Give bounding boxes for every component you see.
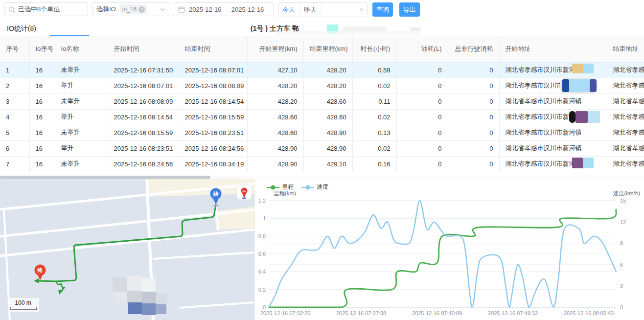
cell-io_no: 16 — [29, 109, 55, 125]
address-redaction-block — [572, 64, 583, 73]
cell-non_drive: 0 — [448, 156, 499, 172]
table-row[interactable]: 116未举升2025-12-16 07:31:502025-12-16 08:0… — [0, 62, 644, 78]
cell-end_time: 2025-12-16 08:08:09 — [179, 78, 247, 93]
mileage-speed-chart: 里程 速度 里程(km) 速度(km/h) 00.20.40.60.811.20… — [254, 179, 644, 320]
cell-end_km: 428.60 — [303, 109, 352, 125]
table-row[interactable]: 416举升2025-12-16 08:14:542025-12-16 08:15… — [0, 109, 644, 125]
cell-start_km: 427.10 — [247, 62, 303, 78]
address-redaction-block — [583, 158, 594, 168]
cell-fuel: 0 — [396, 125, 448, 140]
cell-end_addr: 湖北省孝感市汉川市新河镇 — [607, 125, 644, 140]
cell-start_addr: 湖北省孝感市汉川市新河镇 — [499, 140, 607, 156]
svg-text:2025-12-16 07:37:38: 2025-12-16 07:37:38 — [336, 310, 386, 316]
date-start-value[interactable]: 2025-12-16 — [189, 6, 222, 13]
export-button[interactable]: 导出 — [399, 2, 420, 17]
cell-seq: 6 — [0, 140, 29, 156]
column-header-start_km: 开始里程(km) — [247, 36, 303, 62]
cell-io_no: 16 — [29, 62, 55, 78]
cell-end_km: 428.90 — [303, 140, 352, 156]
cell-hours: 0.16 — [352, 156, 396, 172]
svg-text:0.6: 0.6 — [258, 251, 266, 257]
date-range-picker[interactable]: 2025-12-16 - 2025-12-16 — [173, 2, 274, 16]
query-button[interactable]: 查询 — [372, 2, 393, 17]
table-row[interactable]: 316未举升2025-12-16 08:08:092025-12-16 08:1… — [0, 93, 644, 109]
svg-text:12: 12 — [620, 219, 626, 225]
cell-io_name: 未举升 — [55, 125, 108, 140]
map-scale: 100 m — [8, 298, 39, 312]
cell-end_km: 428.60 — [303, 93, 352, 109]
io-statistics-table: 序号Io序号Io名称开始时间结束时间开始里程(km)结束里程(km)时长(小时)… — [0, 36, 644, 172]
column-header-io_no: Io序号 — [29, 36, 55, 62]
cell-start_addr: 湖北省孝感市汉川市新河镇 — [499, 93, 607, 109]
column-header-start_addr: 开始地址 — [499, 36, 607, 62]
svg-text:始: 始 — [213, 191, 219, 197]
cell-end_time: 2025-12-16 08:14:54 — [179, 93, 247, 109]
svg-text:6: 6 — [620, 262, 623, 268]
tag-close-icon[interactable]: × — [138, 6, 145, 13]
table-row[interactable]: 516未举升2025-12-16 08:15:592025-12-16 08:2… — [0, 125, 644, 140]
svg-text:2025-12-16 07:32:25: 2025-12-16 07:32:25 — [260, 310, 310, 316]
today-button[interactable]: 今天 — [278, 3, 299, 17]
cell-fuel: 0 — [396, 62, 448, 78]
tab-io-statistics[interactable]: IO统计(8) — [7, 22, 36, 35]
quick-range-group: 今天 昨天 > — [278, 2, 368, 17]
chevron-right-icon[interactable]: > — [356, 3, 367, 17]
cell-io_no: 16 — [29, 125, 55, 140]
cell-seq: 5 — [0, 125, 29, 140]
column-header-non_drive: 总非行驶消耗 — [448, 36, 499, 62]
legend-marker-icon — [267, 185, 279, 190]
legend-item-speed[interactable]: 速度 — [301, 183, 328, 191]
cell-non_drive: 0 — [448, 140, 499, 156]
cell-end_km: 428.90 — [303, 125, 352, 140]
cell-seq: 2 — [0, 78, 29, 93]
cell-end_time: 2025-12-16 08:23:51 — [179, 125, 247, 140]
cell-end_addr: 湖北省孝感市汉川市新河镇 — [607, 62, 644, 78]
table-row[interactable]: 716未举升2025-12-16 08:24:562025-12-16 08:3… — [0, 156, 644, 172]
cell-end_km: 428.20 — [303, 78, 352, 93]
svg-text:终: 终 — [37, 267, 44, 273]
horizontal-scrollbar — [0, 176, 644, 179]
legend-marker-icon — [301, 185, 314, 190]
io-select-label: 选择IO — [92, 5, 120, 14]
date-range-separator: - — [226, 6, 228, 13]
cell-fuel: 0 — [396, 156, 448, 172]
cell-io_name: 未举升 — [55, 62, 108, 78]
column-header-start_time: 开始时间 — [108, 36, 179, 62]
cell-end_addr: 湖北省孝感市汉川市新河镇 — [607, 78, 644, 93]
cell-start_addr: 湖北省孝感市汉川市新河镇 — [499, 109, 607, 125]
route-map[interactable]: 始终100 mdu — [0, 179, 254, 320]
unit-search-value: 已选中8个单位 — [18, 5, 60, 14]
cell-end_time: 2025-12-16 08:24:56 — [179, 140, 247, 156]
cell-non_drive: 0 — [448, 109, 499, 125]
custom-range-button[interactable] — [321, 3, 356, 17]
cell-hours: 0.59 — [352, 62, 396, 78]
map-logo: du — [237, 185, 252, 200]
io-select[interactable]: 选择IO io_16 × — [92, 2, 169, 16]
cell-hours: 0.02 — [352, 140, 396, 156]
svg-text:du: du — [242, 190, 246, 193]
yesterday-button[interactable]: 昨天 — [299, 3, 321, 17]
svg-text:15: 15 — [620, 198, 626, 204]
io-tag-chip: io_16 × — [120, 4, 147, 14]
scrollbar-thumb[interactable] — [0, 176, 210, 179]
table-row[interactable]: 616举升2025-12-16 08:23:512025-12-16 08:24… — [0, 140, 644, 156]
cell-end_km: 429.10 — [303, 156, 352, 172]
cell-start_time: 2025-12-16 08:23:51 — [108, 140, 179, 156]
date-end-value[interactable]: 2025-12-16 — [231, 6, 264, 13]
cell-start_addr: 湖北省孝感市汉川市新河镇 — [499, 156, 607, 172]
column-header-io_name: Io名称 — [55, 36, 108, 62]
svg-text:9: 9 — [620, 240, 623, 246]
address-redaction-block — [562, 79, 569, 92]
svg-text:3: 3 — [620, 283, 623, 289]
table-row[interactable]: 216举升2025-12-16 08:07:012025-12-16 08:08… — [0, 78, 644, 93]
cell-io_no: 16 — [29, 93, 55, 109]
column-header-seq: 序号 — [0, 36, 29, 62]
address-redaction-block — [588, 111, 600, 123]
address-redaction-block — [583, 64, 594, 73]
tab-bar: IO统计(8) (1号 ) 土方车 鄂 — [0, 22, 644, 37]
title-redaction-grey3 — [274, 31, 421, 35]
cell-io_no: 16 — [29, 140, 55, 156]
cell-start_addr: 湖北省孝感市汉川市新河镇 — [499, 125, 607, 140]
unit-search-input[interactable]: 已选中8个单位 — [4, 2, 88, 16]
cell-start_km: 428.20 — [247, 78, 303, 93]
